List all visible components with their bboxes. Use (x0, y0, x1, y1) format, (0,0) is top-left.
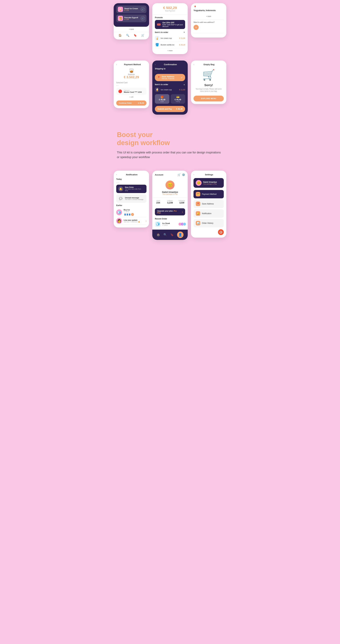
settings-avatar: 😊 (196, 180, 202, 186)
item-price-1: € 11,50 (179, 37, 185, 39)
recent-order-section: Recent Order 🧊 Ice Steak 17 items (152, 218, 188, 230)
papay-payment-option[interactable]: 💳 € 45,49 PaPay (171, 94, 185, 104)
follower-value: 3,239 (165, 202, 175, 204)
bookmark-icon[interactable]: 🔖 (134, 34, 137, 37)
account-nav-bookmark[interactable]: 🔖 (170, 233, 174, 236)
continue-order-button[interactable]: Continue Order € 45,49 (116, 100, 146, 106)
empty-bag-desc: Your bag is empty. Please add some menu … (194, 88, 224, 92)
notif-dots: • • • (116, 182, 146, 184)
history-menu-icon: 📊 (196, 221, 200, 226)
more-link-2[interactable]: + more (155, 48, 185, 52)
payment-menu-label: Payment Method (202, 193, 222, 195)
logout-button[interactable]: ⏻ (218, 229, 224, 235)
confirm-item-name-1: Ice cream cup (161, 89, 178, 91)
settings-phone: ‹ Settings 😊 Gatot Irmantyo Your package… (191, 171, 226, 238)
ha-3 (183, 222, 186, 226)
settings-profile: 😊 Gatot Irmantyo Your package is Free (194, 178, 224, 188)
upgrade-label: Upgrade your plan. Pro Plan (157, 210, 180, 214)
payment-back-arrow[interactable]: ‹ (116, 63, 117, 66)
payment-menu-icon: 💳 (196, 192, 200, 196)
lina-arrow-icon[interactable]: › (146, 219, 146, 223)
add-to-cart-btn-2[interactable]: 🛒 (141, 16, 145, 20)
payment-method-menu-item[interactable]: 💳 Payment Method (194, 190, 224, 198)
items-section: Item's to order ＋ 🍦 Ice cream cup € 11,5… (152, 31, 188, 54)
add-address-question: Want to add new address? (194, 21, 224, 23)
logout-section: ⏻ (194, 229, 224, 235)
notification-menu-item[interactable]: 🔔 Notification (194, 209, 224, 218)
total-amount-label: Total Payment (155, 10, 185, 12)
search-icon[interactable]: 🔍 (126, 34, 129, 37)
buy-ice-avatar: 🧊 (116, 210, 122, 215)
confirm-title: Confirmation (156, 63, 185, 66)
promo-sub: Enter code ASDF to get your discount (162, 24, 183, 27)
add-item-icon[interactable]: ＋ (183, 31, 185, 34)
papay-icon: 💳 (172, 96, 184, 98)
recent-order-title: Recent Order (155, 218, 185, 220)
food-item-1: 🍦 Steak Ice Cream € 3,39 🛒 (116, 6, 146, 13)
food-name-2: Pancake Eggroll (124, 16, 140, 18)
lina-update-item: 👩 Lina was update Add new 7 collections … (116, 217, 146, 225)
cart-icon-active[interactable]: 🛒 (141, 34, 144, 37)
balance-section: 🥃 Balances € 3.502,29 (116, 68, 146, 79)
phones-top-row: 🍦 Steak Ice Cream € 3,39 🛒 🥞 Pancake Egg… (88, 3, 252, 54)
confirm-item-icon-1: 🍦 (155, 88, 160, 92)
cash-payment-option[interactable]: 🎁 € 45,49 Cash (155, 94, 169, 104)
earlier-label: Earlier (116, 204, 146, 206)
confirm-add-icon[interactable]: ＋ (183, 84, 185, 86)
address-pin-icon: 📍 (157, 76, 160, 79)
boost-title-line2: design workflow (117, 139, 223, 147)
account-profile: 😊 Gatot Irmantyo Your package is Free (152, 179, 188, 198)
recent-order-icon: 🧊 (155, 221, 161, 227)
shipping-to-label: Shipping to (155, 68, 185, 70)
follower-stat: Follower 3,239 (164, 198, 176, 206)
save-address-menu-item[interactable]: 📍 Save Address (194, 200, 224, 208)
more-link-3[interactable]: + more (194, 14, 224, 18)
account-nav-active[interactable]: 👤 (177, 232, 184, 238)
explore-menu-button[interactable]: EXPLORE MENU (194, 96, 224, 102)
settings-title: Settings (194, 174, 224, 176)
promo-icon: 🎟️ (157, 22, 161, 26)
lina-subtitle: Add new 7 collections 🔥 (124, 221, 144, 223)
mini-avatar-3: 👤 (128, 213, 131, 216)
sorry-title: Sorry! (194, 84, 224, 87)
account-header: Account 🛒 ⚙️ (152, 171, 188, 179)
cart-header-icon[interactable]: 🛒 (178, 173, 180, 176)
today-label: Today (116, 178, 146, 180)
new-order-desc: You have new order from shop (125, 188, 144, 192)
new-order-text: New Order You have new order from shop (125, 186, 144, 192)
add-to-cart-btn-1[interactable]: 🛒 (141, 7, 145, 12)
upgrade-plan-banner[interactable]: Upgrade your plan. Pro Plan › (155, 208, 185, 216)
settings-header-icon[interactable]: ⚙️ (182, 173, 185, 176)
new-order-title: New Order (125, 186, 144, 188)
papay-label: PaPay (172, 101, 184, 102)
submit-pay-button[interactable]: Submit and Pay € 45,49 (155, 106, 185, 112)
card-sublabel: Payment (124, 90, 144, 91)
food-icon-1: 🍦 (118, 7, 123, 12)
account-bottom-nav: 🏠 🔍 🔖 👤 (152, 230, 188, 240)
boost-description: This UI kit is complete with process ord… (117, 150, 223, 160)
account-nav-search[interactable]: 🔍 (164, 233, 167, 236)
edit-card-link[interactable]: + edit (116, 96, 146, 98)
page-wrapper: 🍦 Steak Ice Cream € 3,39 🛒 🥞 Pancake Egg… (85, 0, 255, 250)
heart-stat: Heart 234 (152, 198, 164, 206)
following-value: 1239 (176, 202, 187, 204)
item-img-2: 🪣 (155, 42, 160, 47)
confirm-item-1: 🍦 Ice cream cup € 11,50 (155, 88, 185, 92)
order-history-menu-item[interactable]: 📊 Order History (194, 219, 224, 227)
avatar-count-badge: +5 (131, 213, 134, 216)
unread-msg-title: Unread message (125, 197, 144, 199)
payment-title: Payment Method (118, 63, 146, 66)
order-payment-phone: € 502,29 Total Payment Promote 🎟️ Get 25… (152, 3, 188, 54)
address-select-button[interactable]: 📍 Save Address Warsaw, Polandis ✓ (155, 74, 185, 81)
account-nav-home[interactable]: 🏠 (156, 233, 160, 236)
promo-strong: Get 25% OFF (162, 22, 183, 24)
buy-ice-item: 🧊 Buy Ice 17 items 👤 👤 👤 +5 (116, 208, 146, 217)
add-address-button[interactable]: ＋ (194, 25, 199, 30)
settings-user-plan: Your package is Free (203, 183, 217, 185)
phones-middle-row: ‹ Payment Method 🥃 Balances € 3.502,29 S… (88, 60, 252, 115)
food-price-2: € 5,39 (124, 18, 140, 20)
notif-menu-icon: 🔔 (196, 211, 200, 216)
more-link-1[interactable]: + more (114, 27, 149, 31)
confirmation-phone: ‹ Confirmation Shipping to • • • 📍 Save … (152, 60, 188, 115)
home-icon[interactable]: 🏠 (118, 34, 122, 37)
